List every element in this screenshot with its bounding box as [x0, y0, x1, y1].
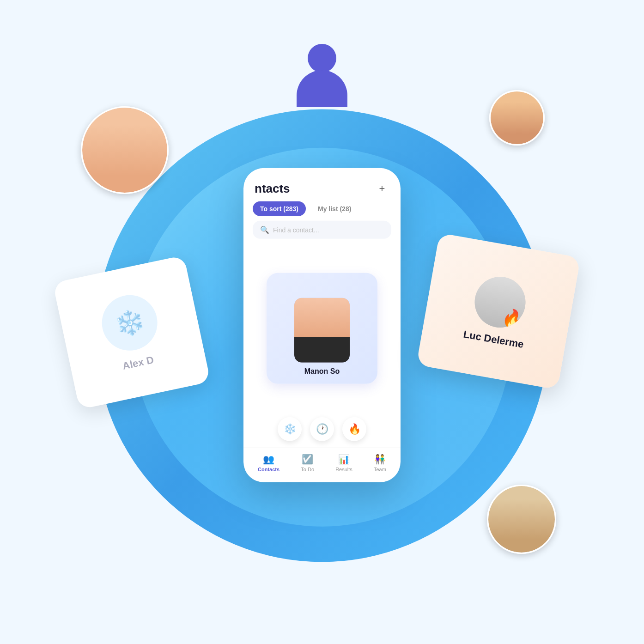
search-bar[interactable]: 🔍 Find a contact... — [253, 221, 391, 239]
person-head-icon — [308, 44, 336, 73]
contact-name-manon: Manon So — [304, 367, 340, 376]
person-body-icon — [297, 70, 347, 107]
scene: ❄️ Alex D ntacts + To sort (283) My list… — [0, 0, 644, 644]
nav-team-label: Team — [374, 467, 386, 472]
luc-card-name: Luc Delerme — [462, 328, 525, 351]
filter-pending-button[interactable]: 🕐 — [310, 417, 334, 441]
filter-row: ❄️ 🕐 🔥 — [243, 411, 401, 448]
bottom-nav: 👥 Contacts ☑️ To Do 📊 Results 👫 Team — [243, 448, 401, 482]
nav-todo-label: To Do — [301, 467, 314, 472]
manon-avatar-image — [294, 298, 350, 363]
tab-to-sort[interactable]: To sort (283) — [253, 201, 306, 216]
luc-avatar: 🔥 — [471, 273, 529, 331]
floating-card-luc: 🔥 Luc Delerme — [416, 233, 581, 389]
filter-cold-button[interactable]: ❄️ — [278, 417, 302, 441]
avatar-man-bottom — [487, 485, 556, 554]
avatar-face-man-bottom — [488, 486, 555, 553]
avatar-woman-left — [81, 106, 169, 194]
results-icon: 📊 — [338, 454, 350, 465]
tab-bar: To sort (283) My list (28) — [243, 201, 401, 221]
todo-icon: ☑️ — [302, 454, 313, 465]
avatar-face-woman-left — [82, 108, 167, 193]
search-icon: 🔍 — [260, 225, 269, 234]
nav-results-label: Results — [335, 467, 352, 472]
page-title: ntacts — [255, 181, 290, 195]
search-placeholder: Find a contact... — [273, 226, 319, 233]
contact-card-area: Manon So — [243, 246, 401, 411]
alex-card-name: Alex D — [122, 354, 155, 372]
person-icon-top — [297, 44, 347, 104]
manon-avatar — [294, 298, 350, 363]
nav-results[interactable]: 📊 Results — [335, 454, 352, 472]
phone-header: ntacts + — [243, 168, 401, 201]
contacts-icon: 👥 — [263, 454, 274, 465]
nav-todo[interactable]: ☑️ To Do — [301, 454, 314, 472]
nav-team[interactable]: 👫 Team — [374, 454, 386, 472]
avatar-woman-right — [489, 90, 545, 146]
nav-contacts[interactable]: 👥 Contacts — [258, 454, 279, 472]
floating-card-alex: ❄️ Alex D — [53, 255, 211, 409]
avatar-face-woman-right — [491, 91, 543, 144]
snowflake-icon-card: ❄️ — [97, 290, 162, 356]
phone-mockup: ntacts + To sort (283) My list (28) 🔍 Fi… — [243, 168, 401, 482]
team-icon: 👫 — [374, 454, 386, 465]
tab-my-list[interactable]: My list (28) — [310, 201, 358, 216]
filter-hot-button[interactable]: 🔥 — [342, 417, 366, 441]
nav-contacts-label: Contacts — [258, 467, 279, 472]
add-contact-button[interactable]: + — [375, 181, 389, 196]
contact-card-manon[interactable]: Manon So — [267, 273, 377, 384]
